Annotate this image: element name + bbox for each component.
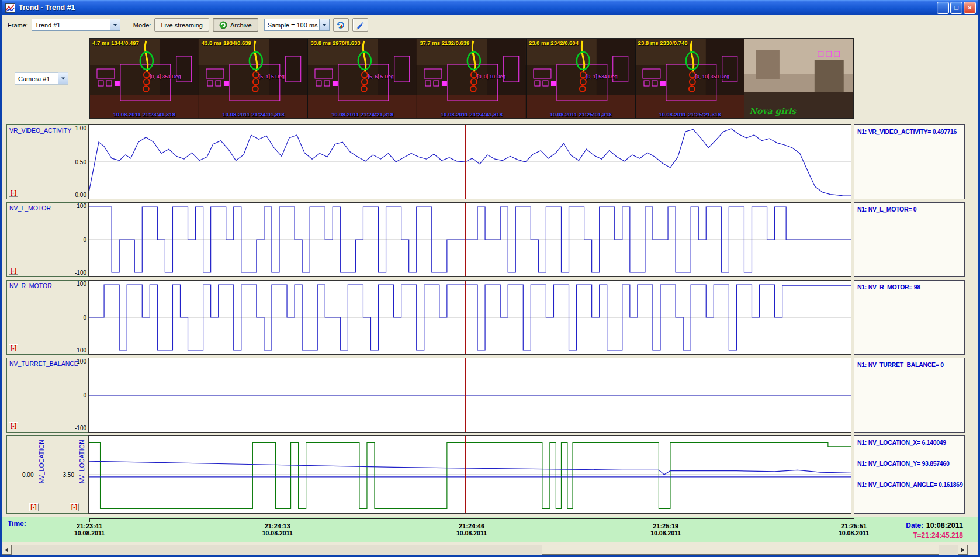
archive-button[interactable]: Archive (213, 18, 258, 32)
camera-thumbnail-3[interactable]: [5, 6] 5 Deg33.8 ms 2970/0.63310.08.2011… (308, 39, 417, 118)
tick-time: 21:25:51 (839, 523, 869, 530)
tick-date: 10.08.2011 (839, 530, 869, 537)
collapse-button[interactable]: [-] (9, 344, 18, 352)
time-cursor[interactable] (465, 436, 466, 513)
chart-plot-nv-turret-balance[interactable] (88, 358, 851, 433)
horizontal-scrollbar[interactable] (2, 545, 978, 555)
frame-select[interactable]: Trend #1 (32, 19, 120, 31)
time-cursor[interactable] (465, 203, 466, 276)
frame-stats: 23.8 ms 2330/0.748 (638, 40, 688, 46)
titlebar[interactable]: Trend - Trend #1 _ □ × (2, 0, 978, 15)
axis-tick: 0 (83, 392, 86, 399)
app-icon (5, 3, 15, 13)
time-cursor[interactable] (465, 358, 466, 432)
time-tick (666, 518, 666, 522)
live-streaming-button[interactable]: Live streaming (154, 18, 209, 32)
camera-strip: Camera #1 [0, 4] 350 Deg4.7 ms 1344/0.49… (6, 37, 978, 120)
time-cursor[interactable] (465, 281, 466, 354)
frame-timestamp: 10.08.2011 21:23:41,318 (90, 111, 199, 117)
pen-button[interactable] (352, 18, 368, 32)
time-tick-label: 21:24:4610.08.2011 (456, 523, 487, 537)
window-title: Trend - Trend #1 (19, 4, 937, 12)
video-thumbnails: [0, 4] 350 Deg4.7 ms 1344/0.49710.08.201… (89, 38, 854, 119)
live-streaming-label: Live streaming (161, 22, 203, 29)
camera-thumbnail-7[interactable]: Nova girls (744, 39, 853, 118)
chart-row-nv-r-motor: NV_R_MOTOR1000-100[-]N1: NV_R_MOTOR= 98 (6, 280, 978, 355)
value-panel-nv-location: N1: NV_LOCATION_X= 6.140049N1: NV_LOCATI… (854, 435, 965, 514)
pen-icon (355, 20, 365, 30)
frame-stats: 37.7 ms 2132/0.639 (420, 40, 469, 46)
tracking-label: [5, 1] 5 Deg (259, 74, 285, 79)
collapse-button[interactable]: [-] (9, 267, 18, 275)
close-button[interactable]: × (964, 2, 976, 14)
date-block: Date: 10:08:2011 T=21:24:45.218 (906, 520, 963, 539)
camera-thumbnail-5[interactable]: [0, 1] 534 Deg23.0 ms 2342/0.60410.08.20… (527, 39, 636, 118)
time-label: Time: (8, 520, 26, 528)
camera-thumbnail-2[interactable]: [5, 1] 5 Deg43.8 ms 1934/0.63910.08.2011… (199, 39, 309, 118)
camera-thumbnail-4[interactable]: [0, 0] 10 Deg37.7 ms 2132/0.63910.08.201… (417, 39, 527, 118)
tick-time: 21:23:41 (74, 523, 105, 530)
sub-axis-2: 3.50NV_LOCATION[-] (48, 436, 89, 513)
chart-row-nv-l-motor: NV_L_MOTOR1000-100[-]N1: NV_L_MOTOR= 0 (6, 202, 978, 277)
axis-tick: 0.50 (75, 159, 86, 165)
series-nv-location-y (89, 443, 851, 509)
sub-axis-1: 0.00NV_LOCATION[-] (7, 436, 48, 513)
minimize-button[interactable]: _ (937, 2, 949, 14)
refresh-chart-button[interactable] (333, 18, 349, 32)
camera-thumbnail-1[interactable]: [0, 4] 350 Deg4.7 ms 1344/0.49710.08.201… (90, 39, 199, 118)
sample-select[interactable]: Sample = 100 ms (264, 19, 330, 31)
chart-plot-nv-location[interactable] (88, 435, 851, 514)
collapse-button[interactable]: [-] (9, 422, 18, 430)
chart-row-nv-location: 0.00NV_LOCATION[-]3.50NV_LOCATION[-]N1: … (6, 435, 978, 514)
scrollbar-track[interactable] (12, 545, 958, 555)
chart-plot-vr-video-activity[interactable] (88, 124, 851, 199)
axis-tick: 3.50 (63, 472, 74, 478)
date-value: 10:08:2011 (926, 521, 963, 530)
axis-panel-nv-location: 0.00NV_LOCATION[-]3.50NV_LOCATION[-] (6, 435, 88, 514)
axis-label: NV_TURRET_BALANCE (9, 360, 78, 367)
chart-plot-nv-l-motor[interactable] (88, 202, 851, 277)
maximize-button[interactable]: □ (950, 2, 962, 14)
frame-stats: 43.8 ms 1934/0.639 (202, 40, 251, 46)
tick-time: 21:25:19 (650, 523, 681, 530)
tracking-label: [0, 10] 350 Deg (695, 74, 729, 79)
scrollbar-thumb[interactable] (542, 545, 939, 555)
chevron-down-icon[interactable] (110, 19, 120, 30)
axis-label: NV_LOCATION (79, 440, 85, 483)
time-cursor[interactable] (465, 125, 466, 199)
channel-value: N1: NV_R_MOTOR= 98 (857, 283, 963, 290)
frame-select-value: Trend #1 (32, 22, 110, 29)
frame-timestamp: 10.08.2011 21:25:21,318 (636, 111, 744, 117)
axis-tick: 100 (77, 358, 86, 365)
camera-thumbnail-6[interactable]: [0, 10] 350 Deg23.8 ms 2330/0.74810.08.2… (636, 39, 745, 118)
time-axis-bar: Time: 21:23:4110.08.201121:24:1310.08.20… (2, 517, 978, 542)
scroll-right-button[interactable] (958, 545, 968, 555)
chart-plot-nv-r-motor[interactable] (88, 280, 851, 355)
value-panel-vr-video-activity: N1: VR_VIDEO_ACTIVITY= 0.497716 (854, 124, 965, 199)
trend-window: Trend - Trend #1 _ □ × Frame: Trend #1 M… (0, 0, 980, 557)
axis-label: NV_LOCATION (39, 440, 45, 483)
collapse-button[interactable]: [-] (70, 503, 79, 511)
time-tick-label: 21:23:4110.08.2011 (74, 523, 105, 537)
dual-axes: 0.00NV_LOCATION[-]3.50NV_LOCATION[-] (7, 436, 88, 513)
chevron-down-icon[interactable] (319, 19, 329, 30)
axis-label: NV_L_MOTOR (9, 205, 51, 212)
axis-tick: 0 (83, 314, 86, 321)
collapse-button[interactable]: [-] (29, 503, 39, 511)
scroll-left-button[interactable] (2, 545, 12, 555)
archive-label: Archive (230, 22, 252, 29)
camera-select-value: Camera #1 (15, 75, 58, 82)
frame-timestamp: 10.08.2011 21:24:41,318 (417, 111, 526, 117)
chevron-down-icon[interactable] (58, 73, 68, 84)
frame-stats: 33.8 ms 2970/0.633 (310, 40, 360, 46)
camera-select[interactable]: Camera #1 (15, 72, 68, 85)
sample-select-value: Sample = 100 ms (265, 22, 319, 29)
date-label: Date: (906, 521, 923, 530)
refresh-icon (336, 20, 345, 30)
frame-stats: 23.0 ms 2342/0.604 (529, 40, 579, 46)
collapse-button[interactable]: [-] (9, 189, 18, 197)
value-panel-nv-turret-balance: N1: NV_TURRET_BALANCE= 0 (854, 358, 965, 433)
axis-tick: 0 (83, 237, 86, 243)
axis-tick: 1.00 (75, 125, 86, 132)
tracking-label: [5, 6] 5 Deg (368, 74, 394, 79)
